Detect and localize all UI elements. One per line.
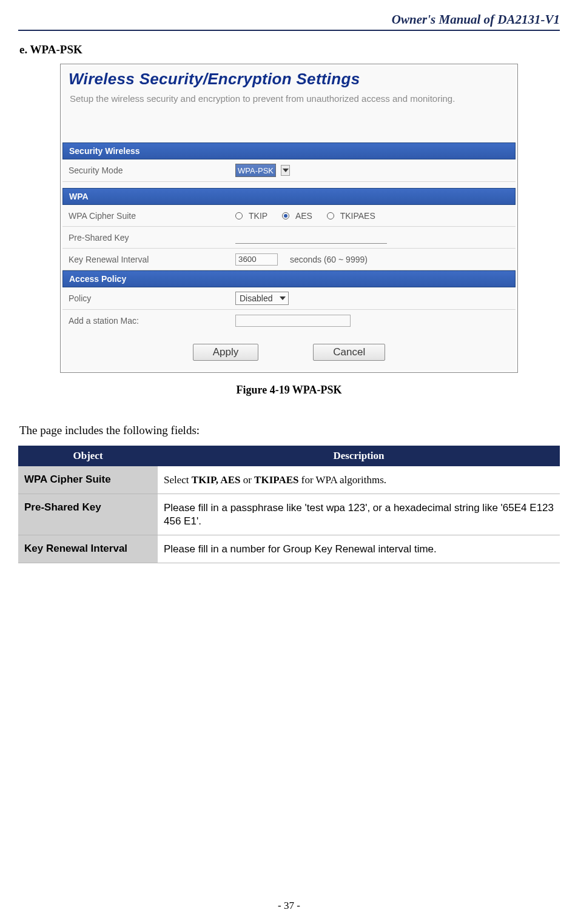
radio-tkipaes[interactable] xyxy=(327,212,334,219)
dropdown-icon[interactable] xyxy=(281,165,290,176)
radio-tkip[interactable] xyxy=(235,212,243,219)
row-renewal: Key Renewal Interval seconds (60 ~ 9999) xyxy=(62,249,516,270)
security-mode-select[interactable]: WPA-PSK xyxy=(235,164,276,177)
radio-aes[interactable] xyxy=(282,212,289,219)
desc-cipher: Select TKIP, AES or TKIPAES for WPA algo… xyxy=(158,466,560,494)
desc-psk: Please fill in a passphrase like 'test w… xyxy=(158,494,560,535)
doc-header: Owner's Manual of DA2131-V1 xyxy=(18,12,560,31)
renewal-input[interactable] xyxy=(235,253,278,266)
table-row: WPA Cipher Suite Select TKIP, AES or TKI… xyxy=(18,466,560,494)
label-psk: Pre-Shared Key xyxy=(69,233,235,243)
page-number: - 37 - xyxy=(0,900,578,912)
desc-renewal: Please fill in a number for Group Key Re… xyxy=(158,535,560,563)
label-mac: Add a station Mac: xyxy=(69,316,235,326)
row-security-mode: Security Mode WPA-PSK xyxy=(62,159,516,182)
section-bar-wpa: WPA xyxy=(62,188,516,205)
description-table: Object Description WPA Cipher Suite Sele… xyxy=(18,446,560,563)
section-heading: e. WPA-PSK xyxy=(19,43,560,56)
table-row: Pre-Shared Key Please fill in a passphra… xyxy=(18,494,560,535)
panel-title: Wireless Security/Encryption Settings xyxy=(62,66,516,89)
renewal-suffix: seconds (60 ~ 9999) xyxy=(290,255,368,264)
obj-renewal: Key Renewal Interval xyxy=(18,535,158,563)
opt-tkipaes: TKIPAES xyxy=(340,211,375,221)
opt-aes: AES xyxy=(295,211,312,221)
table-row: Key Renewal Interval Please fill in a nu… xyxy=(18,535,560,563)
body-text: The page includes the following fields: xyxy=(19,424,560,437)
section-bar-security: Security Wireless xyxy=(62,142,516,159)
mac-input[interactable] xyxy=(235,315,351,327)
dropdown-icon xyxy=(280,296,286,300)
figure-caption: Figure 4-19 WPA-PSK xyxy=(18,384,560,397)
label-cipher: WPA Cipher Suite xyxy=(69,211,235,221)
opt-tkip: TKIP xyxy=(249,211,267,221)
row-cipher: WPA Cipher Suite TKIP AES TKIPAES xyxy=(62,205,516,227)
apply-button[interactable]: Apply xyxy=(193,344,259,361)
row-policy: Policy Disabled xyxy=(62,287,516,310)
cancel-button[interactable]: Cancel xyxy=(313,344,385,361)
label-policy: Policy xyxy=(69,293,235,303)
psk-input[interactable] xyxy=(235,232,387,244)
label-security-mode: Security Mode xyxy=(69,166,235,175)
policy-select[interactable]: Disabled xyxy=(235,292,289,305)
settings-screenshot: Wireless Security/Encryption Settings Se… xyxy=(60,64,518,373)
row-mac: Add a station Mac: xyxy=(62,310,516,332)
th-description: Description xyxy=(158,446,560,466)
section-bar-access: Access Policy xyxy=(62,270,516,287)
panel-desc: Setup the wireless security and encrypti… xyxy=(62,89,516,118)
label-renewal: Key Renewal Interval xyxy=(69,255,235,264)
obj-psk: Pre-Shared Key xyxy=(18,494,158,535)
row-psk: Pre-Shared Key xyxy=(62,227,516,249)
th-object: Object xyxy=(18,446,158,466)
obj-cipher: WPA Cipher Suite xyxy=(18,466,158,494)
